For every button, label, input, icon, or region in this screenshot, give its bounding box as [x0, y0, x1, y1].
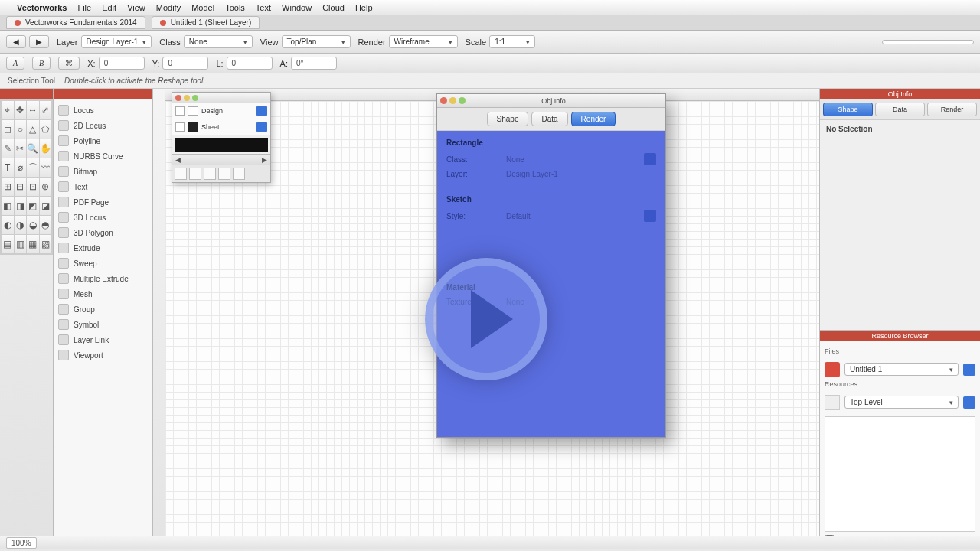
options-icon[interactable] — [963, 396, 975, 409]
tool-button[interactable]: ⊟ — [15, 178, 27, 196]
object-type-item[interactable]: Bitmap — [55, 164, 151, 179]
object-type-item[interactable]: Multiple Extrude — [55, 271, 151, 286]
mode-b-button[interactable]: B — [32, 57, 51, 70]
nav-back-button[interactable]: ◀ — [6, 35, 26, 48]
menu-app[interactable]: Vectorworks — [17, 3, 67, 12]
tool-button[interactable]: ▧ — [40, 235, 52, 253]
coord-a-field[interactable]: 0° — [291, 57, 337, 70]
tool-button[interactable]: 🔍 — [27, 139, 39, 158]
render-dropdown[interactable]: Wireframe — [389, 35, 458, 48]
object-type-item[interactable]: 2D Locus — [55, 118, 151, 133]
mini-tool[interactable] — [218, 168, 230, 180]
tool-button[interactable]: ✎ — [2, 139, 14, 158]
mode-a-button[interactable]: A — [6, 57, 24, 70]
search-input[interactable] — [882, 40, 974, 44]
tool-button[interactable]: ◐ — [2, 216, 14, 234]
field-value[interactable]: Default — [506, 212, 638, 220]
layer-row[interactable]: Design — [172, 103, 270, 119]
tool-button[interactable]: ⊡ — [27, 178, 39, 196]
resource-level-dropdown[interactable]: Top Level — [844, 396, 959, 409]
close-icon[interactable] — [175, 95, 181, 101]
canvas[interactable]: Design Sheet ◀ ▶ — [153, 89, 819, 549]
tool-button[interactable]: ⬠ — [40, 120, 52, 139]
tab-render[interactable]: Render — [571, 112, 616, 126]
view-dropdown[interactable]: Top/Plan — [282, 35, 351, 48]
tool-button[interactable]: ✋ — [40, 139, 52, 158]
tool-button[interactable]: 〰 — [40, 158, 52, 177]
object-type-item[interactable]: Mesh — [55, 286, 151, 302]
tool-button[interactable]: ✂ — [15, 139, 27, 158]
tool-button[interactable]: ▦ — [27, 235, 39, 253]
color-swatch-strip[interactable] — [175, 138, 268, 152]
object-type-item[interactable]: Text — [55, 179, 151, 194]
tool-button[interactable]: ◒ — [27, 216, 39, 234]
options-icon[interactable] — [963, 364, 975, 376]
minimize-icon[interactable] — [449, 97, 456, 104]
menu-model[interactable]: Model — [191, 3, 214, 12]
tab-data[interactable]: Data — [531, 112, 567, 126]
minimize-icon[interactable] — [184, 95, 190, 101]
coord-y-field[interactable]: 0 — [162, 57, 208, 70]
visibility-icon[interactable] — [175, 122, 185, 132]
object-type-item[interactable]: PDF Page — [55, 194, 151, 210]
object-type-item[interactable]: Locus — [55, 103, 151, 118]
tool-button[interactable]: ⌀ — [15, 158, 27, 177]
tool-button[interactable]: T — [2, 158, 14, 177]
tool-button[interactable]: ⊞ — [2, 178, 14, 196]
layer-options-icon[interactable] — [256, 106, 267, 116]
tool-button[interactable]: ◩ — [27, 197, 39, 215]
tab-data[interactable]: Data — [875, 103, 925, 116]
layer-row[interactable]: Sheet — [172, 119, 270, 135]
palette-titlebar[interactable] — [172, 93, 270, 103]
resource-level-row[interactable]: Top Level — [825, 393, 975, 412]
close-icon[interactable] — [15, 20, 21, 26]
object-type-item[interactable]: Layer Link — [55, 332, 151, 347]
menu-edit[interactable]: Edit — [102, 3, 116, 12]
object-type-item[interactable]: Extrude — [55, 240, 151, 256]
tool-button[interactable]: ⌖ — [2, 101, 14, 119]
mini-tool[interactable] — [175, 168, 187, 180]
object-type-item[interactable]: Group — [55, 302, 151, 317]
resource-file-row[interactable]: Untitled 1 — [825, 360, 975, 379]
tool-button[interactable]: ⊕ — [40, 178, 52, 196]
field-value[interactable]: None — [506, 155, 638, 164]
object-type-item[interactable]: NURBS Curve — [55, 148, 151, 164]
coord-x-field[interactable]: 0 — [99, 57, 145, 70]
resource-browser-titlebar[interactable]: Resource Browser — [820, 331, 980, 341]
dropdown-icon[interactable] — [644, 153, 656, 165]
menu-cloud[interactable]: Cloud — [322, 3, 345, 12]
objects-panel-titlebar[interactable]: Basic — [54, 89, 152, 99]
navigation-palette[interactable]: Design Sheet ◀ ▶ — [172, 92, 271, 183]
scale-dropdown[interactable]: 1:1 — [489, 35, 535, 48]
tool-button[interactable]: ◓ — [40, 216, 52, 234]
menu-view[interactable]: View — [127, 3, 145, 12]
visibility-icon[interactable] — [175, 106, 185, 116]
menu-file[interactable]: File — [77, 3, 91, 12]
menu-modify[interactable]: Modify — [156, 3, 181, 12]
object-info-titlebar[interactable]: Obj Info — [820, 89, 980, 99]
object-type-item[interactable]: Sweep — [55, 256, 151, 271]
snap-button[interactable]: ⌘ — [58, 57, 80, 70]
document-tab-2[interactable]: Untitled 1 (Sheet Layer) — [152, 16, 260, 29]
mini-tool[interactable] — [233, 168, 245, 180]
tool-button[interactable]: ○ — [15, 120, 27, 139]
window-titlebar[interactable]: Obj Info — [437, 94, 665, 108]
tool-button[interactable]: ✥ — [15, 101, 27, 119]
tool-button[interactable]: ◧ — [2, 197, 14, 215]
tab-shape[interactable]: Shape — [823, 103, 873, 116]
tool-button[interactable]: ◪ — [40, 197, 52, 215]
class-dropdown[interactable]: None — [184, 35, 253, 48]
document-tab-1[interactable]: Vectorworks Fundamentals 2014 — [6, 16, 145, 29]
menu-help[interactable]: Help — [355, 3, 373, 12]
coord-l-field[interactable]: 0 — [227, 57, 273, 70]
zoom-icon[interactable] — [192, 95, 198, 101]
field-value[interactable]: Design Layer-1 — [506, 170, 656, 178]
close-icon[interactable] — [160, 20, 166, 26]
zoom-icon[interactable] — [459, 97, 466, 104]
dropdown-icon[interactable] — [644, 210, 656, 222]
object-type-item[interactable]: 3D Locus — [55, 210, 151, 225]
tab-shape[interactable]: Shape — [487, 112, 529, 126]
object-type-item[interactable]: Viewport — [55, 347, 151, 363]
tool-button[interactable]: ▥ — [15, 235, 27, 253]
tool-button[interactable]: ▤ — [2, 235, 14, 253]
